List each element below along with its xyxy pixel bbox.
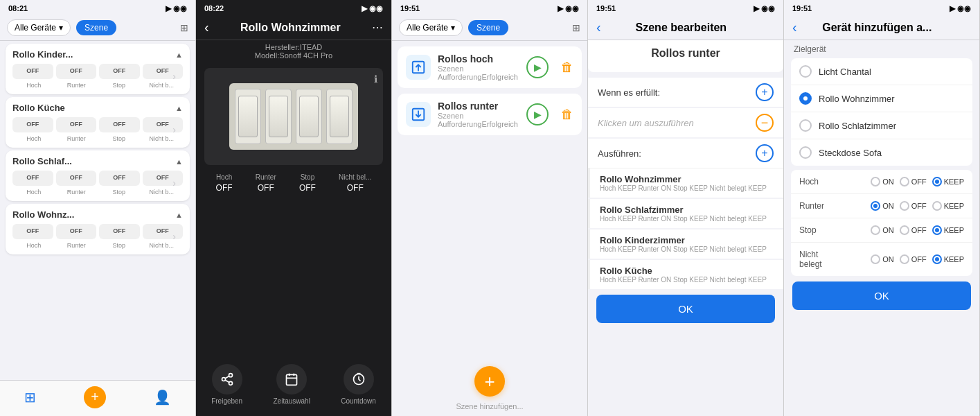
setting-row-stop: Stop ON OFF KEEP	[791, 218, 972, 243]
btn-kinder-extra[interactable]: OFF	[143, 64, 184, 79]
radio-rollo-schlafzimmer[interactable]: Rollo Schlafzimmer	[791, 112, 972, 139]
scene-name-runter: Rollos runter	[438, 101, 519, 112]
setting-stop-off[interactable]: OFF	[900, 225, 927, 235]
scene-play-hoch[interactable]: ▶	[526, 56, 549, 78]
setting-nicht-keep[interactable]: KEEP	[932, 254, 964, 264]
panel-add-device: 19:51 ▶ ◉◉ ‹ Gerät hinzufügen a... Zielg…	[784, 0, 980, 416]
btn-wohnz-stop[interactable]: OFF	[99, 224, 140, 239]
condition-add-button[interactable]: +	[756, 83, 774, 101]
btn-kueche-extra[interactable]: OFF	[143, 117, 184, 132]
exec-device-schlafzimmer[interactable]: Rollo Schlafzimmer Hoch KEEP Runter ON S…	[588, 199, 783, 228]
tab-add-device[interactable]: +	[84, 386, 106, 408]
scene-button-1[interactable]: Szene	[76, 20, 116, 35]
scene-remove-runter[interactable]: 🗑	[561, 107, 573, 122]
action-freigeben[interactable]: Freigeben	[211, 364, 242, 405]
tab-bar-1: ⊞ + 👤	[0, 380, 195, 416]
setting-nicht-off[interactable]: OFF	[900, 254, 927, 264]
radio-licht-chantal[interactable]: Licht Chantal	[791, 58, 972, 85]
chevron-down-icon-3: ▾	[451, 23, 455, 33]
setting-stop-keep[interactable]: KEEP	[932, 225, 964, 235]
exec-device-wohnzimmer[interactable]: Rollo Wohnzimmer Hoch KEEP Runter ON Sto…	[588, 168, 783, 198]
svg-line-3	[225, 380, 229, 382]
chevron-right-schlaf[interactable]: ›	[172, 177, 176, 189]
btn-wohnz-hoch[interactable]: OFF	[12, 224, 53, 239]
chevron-right-kueche[interactable]: ›	[172, 124, 176, 135]
setting-hoch-off[interactable]: OFF	[900, 177, 927, 187]
more-icon-2[interactable]: ⋯	[372, 21, 383, 34]
condition-label: Wenn es erfüllt:	[598, 87, 660, 98]
chevron-right-kinder[interactable]: ›	[172, 71, 176, 82]
btn-kinder-stop[interactable]: OFF	[99, 64, 140, 79]
manufacturer-label: Hersteller:ITEAD	[199, 43, 389, 51]
ok-button-5[interactable]: OK	[792, 281, 971, 310]
scene-play-runter[interactable]: ▶	[526, 103, 549, 125]
radio-label-wohnzimmer: Rollo Wohnzimmer	[819, 94, 895, 104]
all-devices-dropdown[interactable]: Alle Geräte ▾	[7, 19, 71, 36]
setting-options-nicht: ON OFF KEEP	[841, 254, 964, 264]
device-card-rollo-kinder: Rollo Kinder... ▲ OFF OFF OFF OFF	[6, 44, 190, 94]
switch-unit-1[interactable]	[235, 89, 261, 144]
btn-wohnz-extra[interactable]: OFF	[143, 224, 184, 239]
setting-hoch-on[interactable]: ON	[871, 177, 894, 187]
tab-home[interactable]: ⊞	[24, 389, 36, 406]
execute-add-button[interactable]: +	[756, 144, 774, 162]
all-devices-dropdown-3[interactable]: Alle Geräte ▾	[399, 19, 463, 36]
back-button-2[interactable]: ‹	[204, 19, 209, 35]
setting-stop-on[interactable]: ON	[871, 225, 894, 235]
switch-unit-3[interactable]	[296, 89, 322, 144]
channel-hoch: Hoch OFF	[216, 173, 233, 193]
exec-device-kinderzimmer[interactable]: Rollo Kinderzimmer Hoch KEEP Runter ON S…	[588, 229, 783, 259]
back-button-5[interactable]: ‹	[792, 19, 797, 35]
btn-kueche-runter[interactable]: OFF	[56, 117, 97, 132]
exec-device-kueche[interactable]: Rollo Küche Hoch KEEP Runter ON Stop KEE…	[588, 260, 783, 289]
chevron-right-wohnz[interactable]: ›	[172, 231, 176, 242]
btn-schlaf-stop[interactable]: OFF	[99, 171, 140, 186]
action-zeitauswahl[interactable]: Zeitauswahl	[274, 364, 310, 405]
add-scene-button[interactable]: +	[474, 366, 505, 397]
switch-unit-2[interactable]	[265, 89, 292, 144]
back-button-4[interactable]: ‹	[596, 19, 601, 35]
execute-click-remove[interactable]: −	[756, 114, 774, 132]
ok-button-4[interactable]: OK	[596, 295, 775, 323]
page-title-5: Gerät hinzufügen a...	[797, 21, 957, 34]
btn-schlaf-extra[interactable]: OFF	[143, 171, 184, 186]
grid-view-icon-3[interactable]: ⊞	[572, 22, 580, 33]
setting-options-hoch: ON OFF KEEP	[841, 177, 964, 187]
btn-kinder-runter[interactable]: OFF	[56, 64, 97, 79]
time-2: 08:22	[204, 4, 224, 12]
exec-name-kinderzimmer: Rollo Kinderzimmer	[600, 235, 774, 245]
setting-runter-off[interactable]: OFF	[900, 201, 927, 211]
scene-sub-hoch: Szenen AufforderungErfolgreich	[438, 64, 519, 81]
status-icons-1: ▶ ◉◉	[166, 4, 187, 13]
btn-kinder-hoch[interactable]: OFF	[12, 64, 53, 79]
info-icon[interactable]: ℹ	[374, 73, 377, 85]
device-name-kueche: Rollo Küche	[12, 103, 65, 113]
wifi-icon-kinder: ▲	[175, 51, 183, 59]
switch-unit-4[interactable]	[326, 89, 353, 144]
scene-remove-hoch[interactable]: 🗑	[561, 60, 573, 75]
setting-nicht-on[interactable]: ON	[871, 254, 894, 264]
condition-row: Wenn es erfüllt: +	[588, 78, 783, 107]
time-4: 19:51	[596, 4, 616, 12]
grid-view-icon[interactable]: ⊞	[180, 22, 188, 33]
zielgeraet-label: Zielgerät	[784, 40, 979, 55]
btn-schlaf-runter[interactable]: OFF	[56, 171, 97, 186]
btn-wohnz-runter[interactable]: OFF	[56, 224, 97, 239]
scene-button-3[interactable]: Szene	[468, 20, 508, 35]
filter-bar-1: Alle Geräte ▾ Szene ⊞	[0, 15, 195, 41]
setting-hoch-keep[interactable]: KEEP	[932, 177, 964, 187]
btn-kueche-hoch[interactable]: OFF	[12, 117, 53, 132]
radio-rollo-wohnzimmer[interactable]: Rollo Wohnzimmer	[791, 85, 972, 112]
setting-runter-keep[interactable]: KEEP	[932, 201, 964, 211]
btn-kueche-stop[interactable]: OFF	[99, 117, 140, 132]
radio-steckdose-sofa[interactable]: Steckdose Sofa	[791, 139, 972, 166]
setting-runter-on[interactable]: ON	[871, 201, 894, 211]
page-title-4: Szene bearbeiten	[601, 21, 761, 34]
rdot-stop-keep	[932, 225, 942, 235]
execute-click-row: Klicken um auszuführen −	[588, 108, 783, 137]
status-icons-5: ▶ ◉◉	[950, 4, 971, 13]
action-countdown[interactable]: Countdown	[341, 364, 376, 405]
tab-profile[interactable]: 👤	[154, 389, 171, 406]
radio-dot-wohnzimmer	[799, 92, 812, 105]
btn-schlaf-hoch[interactable]: OFF	[12, 171, 53, 186]
